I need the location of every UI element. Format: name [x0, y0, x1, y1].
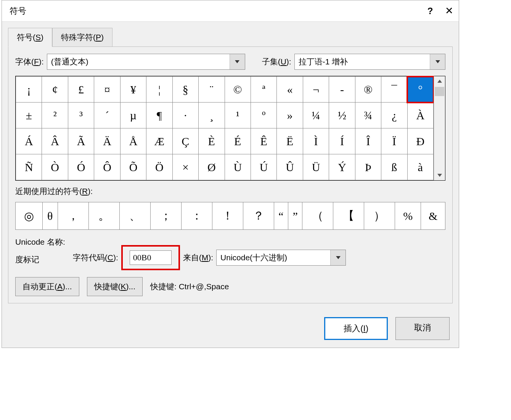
symbol-cell[interactable]: ³: [68, 103, 94, 128]
symbol-cell[interactable]: à: [407, 154, 433, 180]
recent-symbol-cell[interactable]: 【: [333, 202, 364, 230]
symbol-cell[interactable]: ¾: [355, 103, 381, 128]
charcode-input[interactable]: [130, 250, 172, 265]
symbol-cell[interactable]: ¹: [225, 103, 251, 128]
symbol-cell[interactable]: ±: [16, 103, 42, 128]
symbol-cell[interactable]: ®: [355, 77, 381, 103]
recent-symbol-cell[interactable]: ）: [364, 202, 395, 230]
symbol-scrollbar[interactable]: [434, 76, 445, 180]
symbol-cell[interactable]: ¡: [16, 77, 42, 103]
symbol-cell[interactable]: Å: [120, 128, 146, 154]
symbol-cell[interactable]: ¯: [381, 77, 407, 103]
recent-symbol-cell[interactable]: ？: [243, 202, 274, 230]
recent-symbol-cell[interactable]: ！: [212, 202, 243, 230]
help-button[interactable]: ?: [421, 6, 440, 16]
symbol-cell[interactable]: À: [407, 103, 433, 128]
recent-symbol-cell[interactable]: “: [274, 202, 288, 230]
symbol-cell[interactable]: ¥: [120, 77, 146, 103]
symbol-cell[interactable]: ©: [225, 77, 251, 103]
recent-symbol-cell[interactable]: %: [395, 202, 421, 230]
symbol-cell[interactable]: Ë: [277, 128, 303, 154]
symbol-cell[interactable]: -: [329, 77, 355, 103]
symbol-cell[interactable]: ´: [94, 103, 120, 128]
symbol-cell[interactable]: ¤: [94, 77, 120, 103]
symbol-cell[interactable]: Õ: [120, 154, 146, 180]
symbol-cell[interactable]: ¸: [199, 103, 225, 128]
symbol-cell[interactable]: Ð: [407, 128, 433, 154]
symbol-cell[interactable]: Í: [329, 128, 355, 154]
symbol-cell[interactable]: «: [277, 77, 303, 103]
recent-symbol-cell[interactable]: 、: [119, 202, 150, 230]
tab-symbols[interactable]: 符号(S): [8, 28, 52, 47]
recent-symbol-cell[interactable]: θ: [42, 202, 58, 230]
symbol-cell[interactable]: ß: [381, 154, 407, 180]
recent-symbol-cell[interactable]: （: [302, 202, 333, 230]
scroll-track[interactable]: [434, 97, 445, 170]
symbol-cell[interactable]: ×: [172, 154, 198, 180]
symbol-cell[interactable]: ¦: [146, 77, 172, 103]
recent-symbol-cell[interactable]: ；: [150, 202, 181, 230]
symbol-cell[interactable]: Ê: [251, 128, 276, 154]
symbol-cell[interactable]: §: [172, 77, 198, 103]
recent-symbol-cell[interactable]: ◎: [16, 202, 43, 230]
symbol-cell[interactable]: ·: [172, 103, 198, 128]
subset-combo[interactable]: 拉丁语-1 增补: [294, 54, 445, 70]
symbol-cell[interactable]: Ú: [251, 154, 276, 180]
symbol-cell[interactable]: Ö: [146, 154, 172, 180]
scroll-thumb[interactable]: [435, 87, 444, 96]
scroll-up-icon[interactable]: [434, 76, 445, 86]
symbol-cell[interactable]: Æ: [146, 128, 172, 154]
symbol-cell[interactable]: Ø: [199, 154, 225, 180]
symbol-cell[interactable]: ¼: [303, 103, 329, 128]
symbol-cell[interactable]: Ç: [172, 128, 198, 154]
close-button[interactable]: ✕: [440, 5, 459, 17]
symbol-cell[interactable]: ¿: [381, 103, 407, 128]
symbol-cell[interactable]: µ: [120, 103, 146, 128]
symbol-cell[interactable]: Ì: [303, 128, 329, 154]
symbol-cell[interactable]: ª: [251, 77, 276, 103]
symbol-cell[interactable]: ¶: [146, 103, 172, 128]
symbol-cell[interactable]: ¬: [303, 77, 329, 103]
symbol-cell[interactable]: º: [251, 103, 276, 128]
symbol-cell[interactable]: ¨: [199, 77, 225, 103]
symbol-cell[interactable]: Ý: [329, 154, 355, 180]
symbol-cell[interactable]: ¢: [42, 77, 68, 103]
from-combo[interactable]: Unicode(十六进制): [216, 250, 346, 266]
symbol-cell[interactable]: È: [199, 128, 225, 154]
recent-symbol-cell[interactable]: ”: [288, 202, 302, 230]
symbol-cell[interactable]: Â: [42, 128, 68, 154]
symbol-cell[interactable]: Ù: [225, 154, 251, 180]
symbol-cell[interactable]: Û: [277, 154, 303, 180]
symbol-cell[interactable]: ²: [42, 103, 68, 128]
symbol-cell[interactable]: É: [225, 128, 251, 154]
recent-symbol-cell[interactable]: &: [421, 202, 445, 230]
symbol-cell[interactable]: Á: [16, 128, 42, 154]
chevron-down-icon[interactable]: [230, 54, 245, 69]
symbol-cell[interactable]: »: [277, 103, 303, 128]
recent-symbol-cell[interactable]: 。: [88, 202, 119, 230]
symbol-cell[interactable]: £: [68, 77, 94, 103]
scroll-down-icon[interactable]: [434, 170, 445, 180]
symbol-cell[interactable]: Ã: [68, 128, 94, 154]
shortcut-button[interactable]: 快捷键(K)...: [87, 277, 143, 296]
chevron-down-icon[interactable]: [330, 250, 345, 265]
symbol-cell[interactable]: Ò: [42, 154, 68, 180]
symbol-cell[interactable]: ½: [329, 103, 355, 128]
insert-button[interactable]: 插入(I): [324, 317, 388, 340]
tab-special-chars[interactable]: 特殊字符(P): [52, 28, 112, 47]
symbol-cell[interactable]: Ó: [68, 154, 94, 180]
symbol-cell[interactable]: Ä: [94, 128, 120, 154]
recent-symbol-cell[interactable]: ：: [181, 202, 212, 230]
chevron-down-icon[interactable]: [430, 54, 445, 69]
symbol-cell[interactable]: °: [407, 77, 433, 103]
autocorrect-button[interactable]: 自动更正(A)...: [15, 277, 79, 296]
cancel-button[interactable]: 取消: [395, 317, 450, 340]
symbol-cell[interactable]: Ï: [381, 128, 407, 154]
symbol-cell[interactable]: Ô: [94, 154, 120, 180]
font-combo[interactable]: (普通文本): [47, 54, 245, 70]
recent-symbol-cell[interactable]: ，: [58, 202, 88, 230]
symbol-cell[interactable]: Þ: [355, 154, 381, 180]
symbol-cell[interactable]: Ñ: [16, 154, 42, 180]
symbol-cell[interactable]: Ü: [303, 154, 329, 180]
symbol-cell[interactable]: Î: [355, 128, 381, 154]
